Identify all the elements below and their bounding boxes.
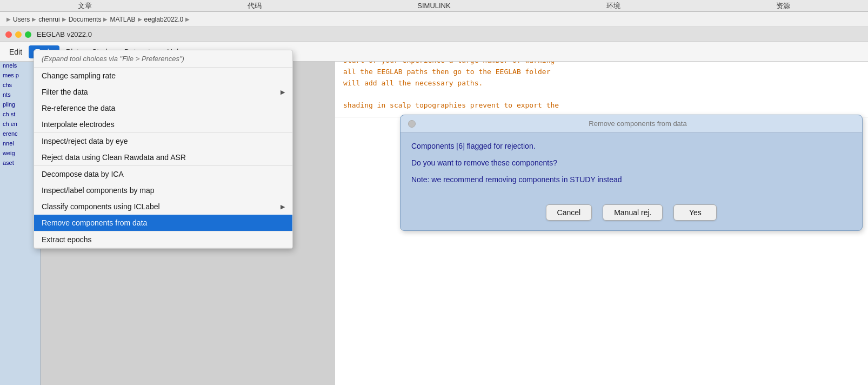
close-button[interactable]	[5, 31, 12, 38]
manual-rej-button[interactable]: Manual rej.	[603, 204, 663, 221]
breadcrumb-arrow-4: ▶	[138, 16, 142, 22]
sidebar-item-nnels: nnels	[3, 62, 37, 69]
iclabel-arrow-icon: ▶	[281, 203, 285, 210]
sidebar-item-chst: ch st	[3, 111, 37, 117]
sidebar-item-aset: aset	[3, 160, 37, 166]
dropdown-group-1: Change sampling rate Filter the data ▶ R…	[34, 68, 292, 133]
menu-inspect-reject[interactable]: Inspect/reject data by eye	[34, 133, 292, 149]
breadcrumb-eeglab[interactable]: eeglab2022.0	[144, 16, 184, 23]
menu-classify-iclabel[interactable]: Classify components using ICLabel ▶	[34, 198, 292, 215]
sidebar-item-erenc: erenc	[3, 130, 37, 137]
toolbar-item-1[interactable]: 文章	[78, 1, 92, 11]
breadcrumb: ▶ Users ▶ chenrui ▶ Documents ▶ MATLAB ▶…	[0, 12, 868, 27]
breadcrumb-chenrui[interactable]: chenrui	[38, 16, 59, 23]
dialog-title-bar: Remove components from data	[400, 115, 862, 132]
toolbar-item-2[interactable]: 代码	[248, 1, 262, 11]
window-title: EEGLAB v2022.0	[37, 30, 92, 38]
menu-edit[interactable]: Edit	[3, 45, 29, 58]
filter-arrow-icon: ▶	[281, 89, 285, 96]
menu-remove-components[interactable]: Remove components from data	[34, 215, 292, 231]
dialog-body: Components [6] flagged for rejection. Do…	[400, 132, 862, 199]
tools-dropdown: (Expand tool choices via "File > Prefere…	[34, 50, 293, 249]
sidebar-item-nnel: nnel	[3, 140, 37, 147]
menu-filter-data[interactable]: Filter the data ▶	[34, 84, 292, 100]
minimize-button[interactable]	[15, 31, 22, 38]
warning-line-3: will add all the necessary paths.	[343, 78, 860, 89]
dialog-message-1: Components [6] flagged for rejection.	[411, 141, 851, 152]
breadcrumb-arrow-3: ▶	[103, 16, 108, 22]
breadcrumb-matlab[interactable]: MATLAB	[110, 16, 135, 23]
toolbar-item-3[interactable]: SIMULINK	[417, 2, 450, 10]
dropdown-hint: (Expand tool choices via "File > Prefere…	[34, 50, 292, 68]
menu-change-sampling-rate[interactable]: Change sampling rate	[34, 68, 292, 84]
toolbar-item-4[interactable]: 环境	[606, 1, 620, 11]
dialog-title-circle	[408, 120, 416, 128]
maximize-button[interactable]	[25, 31, 31, 38]
dropdown-group-2: Inspect/reject data by eye Reject data u…	[34, 133, 292, 166]
dialog-buttons: Cancel Manual rej. Yes	[400, 199, 862, 230]
right-content-area: start or your experience a large number …	[335, 50, 868, 385]
dropdown-group-4: Extract epochs	[34, 231, 292, 248]
dropdown-group-3: Decompose data by ICA Inspect/label comp…	[34, 166, 292, 231]
sidebar-item-nts: nts	[3, 91, 37, 98]
yes-button[interactable]: Yes	[673, 204, 717, 221]
menu-interpolate[interactable]: Interpolate electrodes	[34, 116, 292, 132]
menu-reject-asr[interactable]: Reject data using Clean Rawdata and ASR	[34, 149, 292, 165]
breadcrumb-arrow-2: ▶	[62, 16, 66, 22]
menu-rereference[interactable]: Re-reference the data	[34, 100, 292, 116]
dialog-title: Remove components from data	[421, 120, 854, 128]
breadcrumb-arrow-1: ▶	[32, 16, 36, 22]
sidebar-item-pling: pling	[3, 101, 37, 108]
menu-decompose-ica[interactable]: Decompose data by ICA	[34, 166, 292, 182]
warning-line-2: all the EEGLAB paths then go to the EEGL…	[343, 67, 860, 78]
breadcrumb-arrow-0: ▶	[6, 16, 11, 22]
window-title-bar: EEGLAB v2022.0	[0, 27, 868, 42]
sidebar-item-weig: weig	[3, 150, 37, 156]
cancel-button[interactable]: Cancel	[546, 204, 592, 221]
warning-line-5: shading in scalp topographies prevent to…	[343, 100, 860, 111]
top-toolbar: 文章 代码 SIMULINK 环境 资源	[0, 0, 868, 12]
sidebar-item-mesp: mes p	[3, 72, 37, 78]
breadcrumb-users[interactable]: Users	[13, 16, 30, 23]
menu-extract-epochs[interactable]: Extract epochs	[34, 231, 292, 248]
menu-inspect-label[interactable]: Inspect/label components by map	[34, 182, 292, 198]
toolbar-item-5[interactable]: 资源	[776, 1, 790, 11]
traffic-lights	[5, 31, 31, 38]
breadcrumb-arrow-5: ▶	[185, 16, 190, 22]
dialog-message-3: Note: we recommend removing components i…	[411, 174, 851, 185]
sidebar-item-chen: ch en	[3, 121, 37, 127]
dialog-message-2: Do you want to remove these components?	[411, 157, 851, 169]
breadcrumb-documents[interactable]: Documents	[69, 16, 102, 23]
sidebar-item-chs: chs	[3, 82, 37, 88]
remove-components-dialog: Remove components from data Components […	[400, 115, 863, 231]
